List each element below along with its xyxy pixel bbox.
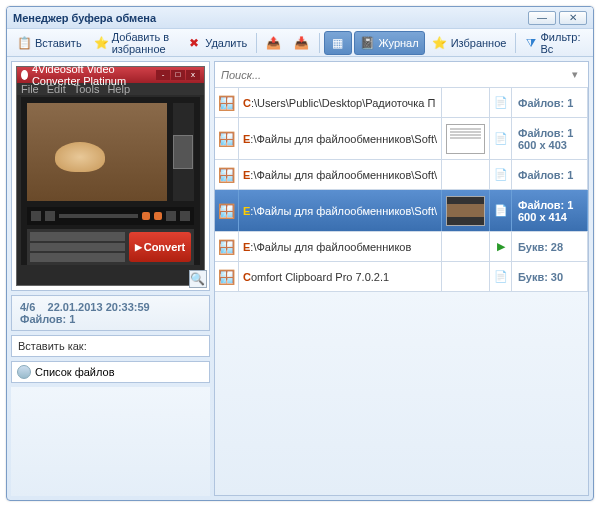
type-icon: 📄: [490, 88, 512, 117]
preview-content: 4Videosoft Video Converter Platinum-□x F…: [16, 66, 205, 286]
clip-meta: Файлов: 1: [512, 88, 588, 117]
os-icon: 🪟: [215, 160, 239, 189]
star-icon: ⭐: [432, 35, 448, 51]
preview-app-titlebar: 4Videosoft Video Converter Platinum-□x: [17, 67, 204, 83]
clip-path: E:\Файлы для файлообменников\Soft\: [239, 118, 442, 159]
clip-list: 🪟C:\Users\Public\Desktop\Радиоточка П📄Фа…: [215, 88, 588, 292]
type-icon: ▶: [490, 232, 512, 261]
paste-button[interactable]: 📋Вставить: [11, 32, 87, 54]
os-icon: 🪟: [215, 232, 239, 261]
titlebar: Менеджер буфера обмена — ✕: [7, 7, 593, 29]
os-icon: 🪟: [215, 118, 239, 159]
list-icon: [17, 365, 31, 379]
info-bar: 4/6 22.01.2013 20:33:59 Файлов: 1: [11, 295, 210, 331]
clip-meta: Файлов: 1600 x 414: [512, 190, 588, 231]
type-icon: 📄: [490, 190, 512, 231]
add-favorite-button[interactable]: ⭐Добавить в избранное: [89, 28, 180, 58]
clip-meta: Файлов: 1: [512, 160, 588, 189]
clip-path: E:\Файлы для файлообменников\Soft\: [239, 160, 442, 189]
import-icon: 📥: [294, 35, 310, 51]
video-thumbnail: [27, 103, 167, 201]
favorites-tab[interactable]: ⭐Избранное: [427, 32, 512, 54]
clip-path: E:\Файлы для файлообменников\Soft\: [239, 190, 442, 231]
type-icon: 📄: [490, 160, 512, 189]
item-date: 22.01.2013 20:33:59: [48, 301, 150, 313]
video-controls: [27, 207, 194, 225]
separator: [256, 33, 257, 53]
paste-icon: 📋: [16, 35, 32, 51]
item-files: Файлов: 1: [20, 313, 75, 325]
journal-icon: 📓: [360, 35, 376, 51]
clip-path: C:\Users\Public\Desktop\Радиоточка П: [239, 88, 442, 117]
clip-thumb-cell: [442, 190, 490, 231]
delete-icon: ✖: [186, 35, 202, 51]
os-icon: 🪟: [215, 262, 239, 291]
clip-thumbnail: [446, 196, 485, 226]
clip-path: Comfort Clipboard Pro 7.0.2.1: [239, 262, 442, 291]
list-icon: ▦: [330, 35, 346, 51]
star-plus-icon: ⭐: [94, 35, 109, 51]
file-list-label: Список файлов: [35, 366, 114, 378]
video-side-panel: [173, 103, 194, 201]
right-filler: [215, 292, 588, 496]
file-list-header[interactable]: Список файлов: [11, 361, 210, 383]
clip-item[interactable]: 🪟E:\Файлы для файлообменников\Soft\📄Файл…: [215, 160, 588, 190]
clip-thumb-cell: [442, 118, 490, 159]
clip-item[interactable]: 🪟C:\Users\Public\Desktop\Радиоточка П📄Фа…: [215, 88, 588, 118]
preview-pane: 4Videosoft Video Converter Platinum-□x F…: [11, 61, 210, 291]
clip-thumb-cell: [442, 232, 490, 261]
filter-button[interactable]: ⧩Фильтр: Вс: [520, 28, 589, 58]
clip-meta: Букв: 28: [512, 232, 588, 261]
import-button[interactable]: 📥: [289, 32, 315, 54]
search-input[interactable]: [221, 69, 568, 81]
journal-tab[interactable]: 📓Журнал: [354, 31, 425, 55]
clip-thumbnail: [446, 124, 485, 154]
clip-thumb-cell: [442, 262, 490, 291]
form-row: ▶ Convert: [27, 229, 194, 265]
preview-app-body: ▶ Convert: [21, 97, 200, 265]
right-panel: ▾ 🪟C:\Users\Public\Desktop\Радиоточка П📄…: [214, 61, 589, 496]
clip-thumb-cell: [442, 88, 490, 117]
export-button[interactable]: 📤: [261, 32, 287, 54]
clip-item[interactable]: 🪟E:\Файлы для файлообменников\Soft\📄Файл…: [215, 190, 588, 232]
minimize-button[interactable]: —: [528, 11, 556, 25]
delete-button[interactable]: ✖Удалить: [181, 32, 252, 54]
clip-item[interactable]: 🪟E:\Файлы для файлообменников▶Букв: 28: [215, 232, 588, 262]
body: 4Videosoft Video Converter Platinum-□x F…: [7, 57, 593, 500]
separator: [515, 33, 516, 53]
item-index: 4/6: [20, 301, 35, 313]
magnify-button[interactable]: 🔍: [189, 270, 207, 288]
left-filler: [11, 387, 210, 496]
app-window: Менеджер буфера обмена — ✕ 📋Вставить ⭐До…: [6, 6, 594, 501]
search-dropdown[interactable]: ▾: [568, 68, 582, 81]
clip-path: E:\Файлы для файлообменников: [239, 232, 442, 261]
funnel-icon: ⧩: [525, 35, 537, 51]
clip-item[interactable]: 🪟E:\Файлы для файлообменников\Soft\📄Файл…: [215, 118, 588, 160]
clip-meta: Букв: 30: [512, 262, 588, 291]
insert-as-field[interactable]: Вставить как:: [11, 335, 210, 357]
os-icon: 🪟: [215, 88, 239, 117]
view-toggle-1[interactable]: ▦: [324, 31, 352, 55]
clip-thumb-cell: [442, 160, 490, 189]
clip-meta: Файлов: 1600 x 403: [512, 118, 588, 159]
toolbar: 📋Вставить ⭐Добавить в избранное ✖Удалить…: [7, 29, 593, 57]
close-button[interactable]: ✕: [559, 11, 587, 25]
os-icon: 🪟: [215, 190, 239, 231]
left-panel: 4Videosoft Video Converter Platinum-□x F…: [11, 61, 210, 496]
clip-item[interactable]: 🪟Comfort Clipboard Pro 7.0.2.1📄Букв: 30: [215, 262, 588, 292]
window-title: Менеджер буфера обмена: [13, 12, 525, 24]
export-icon: 📤: [266, 35, 282, 51]
type-icon: 📄: [490, 118, 512, 159]
separator: [319, 33, 320, 53]
convert-button: ▶ Convert: [129, 232, 191, 262]
search-bar: ▾: [215, 62, 588, 88]
app-logo-icon: [21, 70, 28, 80]
type-icon: 📄: [490, 262, 512, 291]
